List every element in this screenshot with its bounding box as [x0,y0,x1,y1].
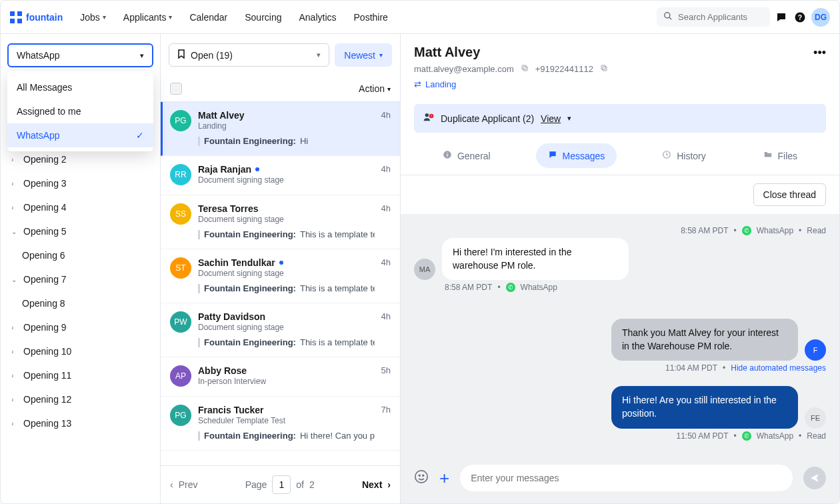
sender-name: Abby Rose [198,365,247,376]
channel-filter-dropdown[interactable]: WhatsApp ▾ [7,43,153,67]
applicant-name: Matt Alvey [414,45,826,60]
search-input[interactable] [678,12,763,22]
opening-label: Opening 9 [23,322,67,333]
caret-down-icon: ▾ [317,51,321,59]
msg-channel: WhatsApp [757,226,793,235]
quote-bar-icon [198,230,200,239]
caret-down-icon[interactable]: ▾ [567,114,571,123]
folder-icon [763,150,773,161]
message-item[interactable]: RRRaja RanjanDocument signing stage4h [161,156,400,195]
filter-option-all[interactable]: All Messages [7,75,153,99]
preview-body: Hi [300,136,308,146]
sender-name: Sachin Tendulkar [198,257,275,268]
nav-jobs[interactable]: Jobs▾ [73,8,113,27]
message-item[interactable]: SSTeresa TorresDocument signing stageFou… [161,195,400,249]
page-label: Page [245,479,267,490]
message-item[interactable]: PGMatt AlveyLandingFountain Engineering:… [161,102,400,156]
bookmark-icon [177,49,185,61]
sort-dropdown[interactable]: Newest ▾ [335,43,392,67]
help-icon[interactable]: ? [793,10,807,25]
tab-history[interactable]: History [650,143,718,168]
chevron-icon: › [11,420,18,427]
svg-point-4 [665,13,670,18]
preview-from: Fountain Engineering: [204,136,296,146]
copy-email-icon[interactable] [521,64,529,74]
hide-automated-link[interactable]: Hide automated messages [731,363,826,373]
message-item[interactable]: PGFrancis TuckerScheduler Template TestF… [161,397,400,451]
sidebar-item-opening[interactable]: ›Opening 12 [1,387,160,411]
opening-label: Opening 8 [22,298,65,309]
sidebar-item-opening[interactable]: ›Opening 11 [1,363,160,387]
notification-icon[interactable] [774,10,789,25]
duplicate-label: Duplicate Applicant (2) [441,113,534,124]
opening-label: Opening 7 [23,274,67,285]
copy-phone-icon[interactable] [600,64,608,74]
quote-bar-icon [198,338,200,347]
filter-option-whatsapp[interactable]: WhatsApp ✓ [7,123,153,147]
prev-button[interactable]: ‹ Prev [170,479,197,490]
send-button[interactable] [803,467,826,489]
check-icon: ✓ [136,130,144,141]
sidebar-item-opening[interactable]: ›Opening 9 [1,315,160,339]
view-duplicates-link[interactable]: View [541,113,561,124]
whatsapp-icon: ✆ [742,431,751,441]
sidebar-item-opening[interactable]: Opening 6 [1,243,160,267]
next-button[interactable]: Next › [362,479,391,490]
stage-label: Document signing stage [198,269,375,278]
tab-general[interactable]: General [431,143,503,168]
message-item[interactable]: STSachin TendulkarDocument signing stage… [161,249,400,303]
message-item[interactable]: PWPatty DavidsonDocument signing stageFo… [161,303,400,357]
nav-calendar[interactable]: Calendar [183,8,234,27]
caret-down-icon: ▾ [379,51,383,59]
preview-from: Fountain Engineering: [204,229,296,239]
sidebar-item-opening[interactable]: ›Opening 3 [1,171,160,195]
of-label: of [296,479,304,490]
status-filter-dropdown[interactable]: Open (19) ▾ [169,43,329,67]
tab-files[interactable]: Files [751,143,810,168]
opening-label: Opening 3 [23,178,67,189]
avatar: PG [170,110,191,131]
chevron-icon: › [11,348,18,355]
nav-posthire[interactable]: Posthire [347,8,395,27]
quote-bar-icon [198,431,200,441]
emoji-icon[interactable] [414,469,429,487]
svg-rect-9 [522,65,526,69]
more-menu-icon[interactable]: ••• [813,46,826,60]
opening-label: Opening 12 [23,394,71,405]
sidebar-item-opening[interactable]: ›Opening 13 [1,411,160,435]
search-input-wrap[interactable] [657,7,770,27]
time-label: 4h [381,110,391,146]
action-dropdown[interactable]: Action ▾ [359,83,391,94]
stage-label: Scheduler Template Test [198,416,375,425]
nav-analytics[interactable]: Analytics [292,8,343,27]
message-item[interactable]: APAbby RoseIn-person Interview5h [161,357,400,397]
close-thread-button[interactable]: Close thread [753,183,826,206]
tab-messages[interactable]: Messages [536,143,617,168]
add-icon[interactable]: + [439,468,449,489]
svg-rect-1 [17,11,22,16]
sidebar-item-opening[interactable]: Opening 8 [1,291,160,315]
sender-name: Patty Davidson [198,311,265,322]
total-pages: 2 [309,479,315,490]
sender-name: Francis Tucker [198,405,264,415]
sidebar-item-opening[interactable]: ⌄Opening 7 [1,267,160,291]
filter-option-assigned[interactable]: Assigned to me [7,99,153,123]
caret-down-icon: ▾ [387,85,391,93]
stage-link[interactable]: Landing [425,79,456,89]
sidebar-item-opening[interactable]: ›Opening 4 [1,195,160,219]
stage-label: Document signing stage [198,175,375,185]
brand-logo[interactable]: fountain [10,11,63,23]
message-input[interactable] [471,473,782,483]
sender-name: Teresa Torres [198,203,259,214]
nav-sourcing[interactable]: Sourcing [238,8,288,27]
sidebar-item-opening[interactable]: ⌄Opening 5 [1,219,160,243]
applicant-email: matt.alvey@example.com [414,64,514,74]
nav-applicants[interactable]: Applicants▾ [117,8,179,27]
chevron-icon: › [11,324,18,331]
logo-icon [10,11,22,23]
select-all-checkbox[interactable] [170,83,182,95]
preview-body: This is a template test [300,283,375,293]
channel-filter-menu: All Messages Assigned to me WhatsApp ✓ [7,71,153,151]
user-avatar[interactable]: DG [811,8,830,27]
sidebar-item-opening[interactable]: ›Opening 10 [1,339,160,363]
